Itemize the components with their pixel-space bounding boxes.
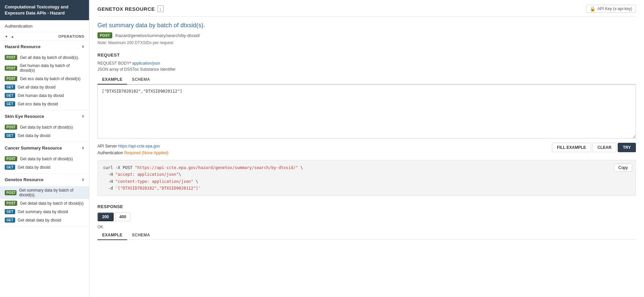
list-item[interactable]: GET Get data by dtxsid bbox=[0, 163, 89, 171]
curl-line-3: -H "content-type: application/json" \ bbox=[103, 178, 630, 185]
sidebar: Computational Toxicology and Exposure Da… bbox=[0, 0, 89, 297]
post-badge: POST bbox=[5, 201, 17, 206]
response-tabs: EXAMPLE SCHEMA bbox=[97, 231, 636, 240]
list-item[interactable]: POST Get data by batch of dtxsid(s) bbox=[0, 155, 89, 163]
skin-eye-resource-items: POST Get data by batch of dtxsid(s) GET … bbox=[0, 122, 89, 142]
list-item[interactable]: POST Get all data by batch of dtxsid(s). bbox=[0, 53, 89, 62]
response-400-button[interactable]: 400 bbox=[115, 212, 130, 221]
clear-button[interactable]: CLEAR bbox=[592, 143, 616, 152]
get-badge: GET bbox=[5, 85, 15, 90]
list-item[interactable]: POST Get eco data by batch of dtxsid(s) bbox=[0, 74, 89, 83]
curl-line-2: -H "accept: application/json"\ bbox=[103, 171, 630, 178]
expand-all-icon[interactable]: ▲ bbox=[11, 35, 14, 38]
list-item[interactable]: POST Get detail data by batch of dtxsid(… bbox=[0, 199, 89, 207]
genetox-chevron: ∨ bbox=[82, 177, 84, 182]
json-desc: JSON array of DSSTox Substance Identifie… bbox=[97, 67, 636, 72]
note-text: Note: Maximum 200 DTXSIDs per request bbox=[97, 40, 636, 45]
response-codes: 200 400 bbox=[97, 212, 636, 221]
hazard-resource-title[interactable]: Hazard Resource ∨ bbox=[0, 41, 89, 53]
sidebar-header: Computational Toxicology and Exposure Da… bbox=[0, 0, 89, 20]
hazard-resource-section: Hazard Resource ∨ POST Get all data by b… bbox=[0, 41, 89, 110]
skin-eye-resource-section: Skin Eye Resource ∨ POST Get data by bat… bbox=[0, 110, 89, 142]
fill-example-button[interactable]: FILL EXAMPLE bbox=[552, 143, 591, 152]
request-tabs: EXAMPLE SCHEMA bbox=[97, 75, 636, 85]
list-item[interactable]: GET Get detail data by dtxsid bbox=[0, 216, 89, 224]
genetox-resource-section: Genetox Resource ∨ POST Get summary data… bbox=[0, 174, 89, 227]
get-badge: GET bbox=[5, 218, 15, 223]
download-icon[interactable]: ↓ bbox=[157, 5, 164, 12]
list-item[interactable]: GET Get human data by dtxsid bbox=[0, 91, 89, 100]
sidebar-ops-row: ▼ ▲ OPERATIONS bbox=[0, 32, 89, 41]
response-section-title: RESPONSE bbox=[97, 201, 636, 209]
cancer-summary-resource-section: Cancer Summary Resource ∨ POST Get data … bbox=[0, 142, 89, 174]
post-badge: POST bbox=[5, 55, 17, 60]
response-section: RESPONSE 200 400 OK EXAMPLE SCHEMA bbox=[97, 201, 636, 240]
main-content: GENETOX RESOURCE ↓ 🔒 API Key (x-api-key)… bbox=[89, 0, 644, 297]
sidebar-header-title: Computational Toxicology and Exposure Da… bbox=[5, 4, 68, 15]
hazard-resource-items: POST Get all data by batch of dtxsid(s).… bbox=[0, 53, 89, 110]
response-ok-label: OK bbox=[97, 225, 636, 229]
list-item[interactable]: GET Get eco data by dtxsid bbox=[0, 100, 89, 108]
response-tab-example[interactable]: EXAMPLE bbox=[97, 231, 127, 240]
tab-example[interactable]: EXAMPLE bbox=[97, 75, 127, 85]
path-text: /hazard/genetox/summary/search/by-dtxsid… bbox=[115, 33, 200, 38]
response-200-button[interactable]: 200 bbox=[97, 212, 114, 221]
genetox-resource-items: POST Get summary data by batch of dtxsid… bbox=[0, 186, 89, 226]
auth-status: Required (None Applied) bbox=[124, 151, 168, 155]
curl-line-4: -d '["DTXSID7020182","DTXSID9020112"]' bbox=[103, 185, 630, 192]
skin-eye-resource-title[interactable]: Skin Eye Resource ∨ bbox=[0, 110, 89, 122]
list-item[interactable]: GET Get all data by dtxsid bbox=[0, 83, 89, 91]
server-url: https://api-ccte.epa.gov bbox=[118, 144, 160, 148]
try-button[interactable]: TRY bbox=[618, 143, 636, 152]
example-textarea[interactable]: ["DTXSID7020182","DTXSID9020112"] bbox=[97, 85, 636, 138]
list-item[interactable]: GET Get data by dtxsid bbox=[0, 131, 89, 140]
api-server-info: API Server https://api-ccte.epa.gov Auth… bbox=[97, 143, 169, 157]
get-badge: GET bbox=[5, 101, 15, 106]
response-tab-schema[interactable]: SCHEMA bbox=[127, 231, 155, 240]
endpoint-title: Get summary data by batch of dtxsid(s). bbox=[97, 22, 636, 29]
request-body-label: REQUEST BODY* application/json bbox=[97, 61, 636, 66]
post-badge: POST bbox=[5, 76, 17, 81]
curl-block: Copy curl -X POST "https://api-ccte.epa.… bbox=[97, 160, 636, 196]
post-badge: POST bbox=[5, 156, 17, 161]
get-badge: GET bbox=[5, 93, 15, 98]
resource-header: GENETOX RESOURCE ↓ 🔒 API Key (x-api-key) bbox=[97, 0, 636, 16]
curl-line-1: curl -X POST "https://api-ccte.epa.gov/h… bbox=[103, 164, 630, 171]
api-server-row: API Server https://api-ccte.epa.gov Auth… bbox=[97, 143, 636, 157]
get-badge: GET bbox=[5, 133, 15, 138]
ops-label: OPERATIONS bbox=[58, 34, 84, 38]
post-badge: POST bbox=[5, 190, 17, 195]
get-badge: GET bbox=[5, 209, 15, 214]
copy-button[interactable]: Copy bbox=[614, 164, 632, 172]
resource-header-title: GENETOX RESOURCE ↓ bbox=[97, 5, 164, 12]
cancer-resource-items: POST Get data by batch of dtxsid(s) GET … bbox=[0, 154, 89, 173]
list-item[interactable]: GET Get summary data by dtxsid bbox=[0, 207, 89, 216]
tab-schema[interactable]: SCHEMA bbox=[127, 75, 155, 85]
list-item[interactable]: POST Get data by batch of dtxsid(s) bbox=[0, 123, 89, 131]
cancer-summary-resource-title[interactable]: Cancer Summary Resource ∨ bbox=[0, 142, 89, 154]
request-section-title: REQUEST bbox=[97, 50, 636, 58]
method-badge: POST bbox=[97, 32, 112, 38]
post-badge: POST bbox=[5, 66, 17, 71]
lock-icon: 🔒 bbox=[590, 6, 595, 11]
hazard-chevron: ∨ bbox=[82, 44, 84, 49]
list-item[interactable]: POST Get summary data by batch of dtxsid… bbox=[0, 186, 89, 199]
post-badge: POST bbox=[5, 125, 17, 130]
api-key-badge: 🔒 API Key (x-api-key) bbox=[586, 5, 636, 13]
cancer-chevron: ∨ bbox=[82, 146, 84, 150]
get-badge: GET bbox=[5, 165, 15, 170]
list-item[interactable]: POST Get human data by batch of dtxsid(s… bbox=[0, 62, 89, 74]
genetox-resource-title[interactable]: Genetox Resource ∨ bbox=[0, 174, 89, 186]
content-type: application/json bbox=[132, 61, 160, 66]
endpoint-path: POST /hazard/genetox/summary/search/by-d… bbox=[97, 32, 636, 38]
action-buttons: FILL EXAMPLE CLEAR TRY bbox=[552, 143, 636, 152]
collapse-all-icon[interactable]: ▼ bbox=[5, 35, 8, 38]
sidebar-auth: Authentication bbox=[0, 20, 89, 32]
skin-eye-chevron: ∨ bbox=[82, 114, 84, 119]
